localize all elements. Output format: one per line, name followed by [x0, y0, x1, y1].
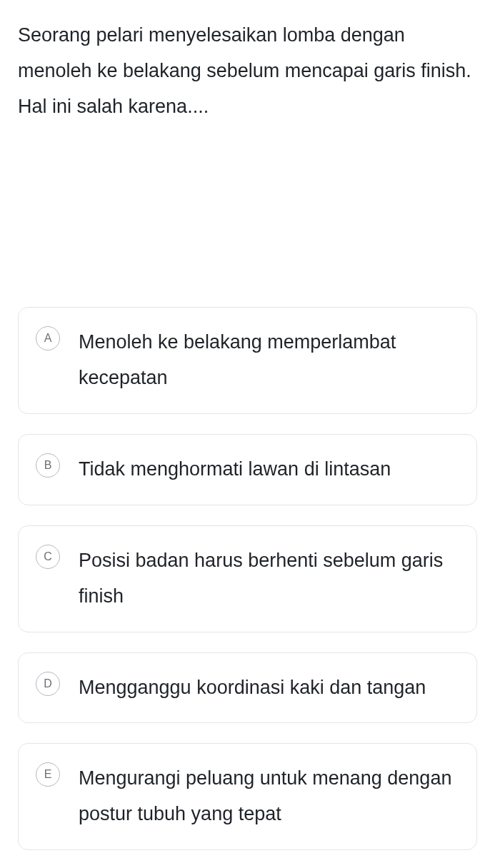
option-letter-badge: D: [36, 672, 60, 696]
question-text: Seorang pelari menyelesaikan lomba denga…: [18, 18, 477, 125]
option-letter-badge: A: [36, 326, 60, 350]
option-letter-badge: B: [36, 453, 60, 478]
option-text: Posisi badan harus berhenti sebelum gari…: [79, 543, 456, 615]
option-text: Mengganggu koordinasi kaki dan tangan: [79, 670, 456, 706]
option-letter-badge: E: [36, 762, 60, 787]
option-d[interactable]: D Mengganggu koordinasi kaki dan tangan: [18, 652, 477, 724]
question-container: Seorang pelari menyelesaikan lomba denga…: [0, 0, 495, 125]
option-e[interactable]: E Mengurangi peluang untuk menang dengan…: [18, 743, 477, 850]
option-c[interactable]: C Posisi badan harus berhenti sebelum ga…: [18, 525, 477, 632]
option-b[interactable]: B Tidak menghormati lawan di lintasan: [18, 434, 477, 505]
option-a[interactable]: A Menoleh ke belakang memperlambat kecep…: [18, 307, 477, 414]
options-container: A Menoleh ke belakang memperlambat kecep…: [0, 307, 495, 851]
option-text: Tidak menghormati lawan di lintasan: [79, 452, 456, 488]
option-letter-badge: C: [36, 545, 60, 569]
option-text: Menoleh ke belakang memperlambat kecepat…: [79, 325, 456, 396]
option-text: Mengurangi peluang untuk menang dengan p…: [79, 761, 456, 832]
